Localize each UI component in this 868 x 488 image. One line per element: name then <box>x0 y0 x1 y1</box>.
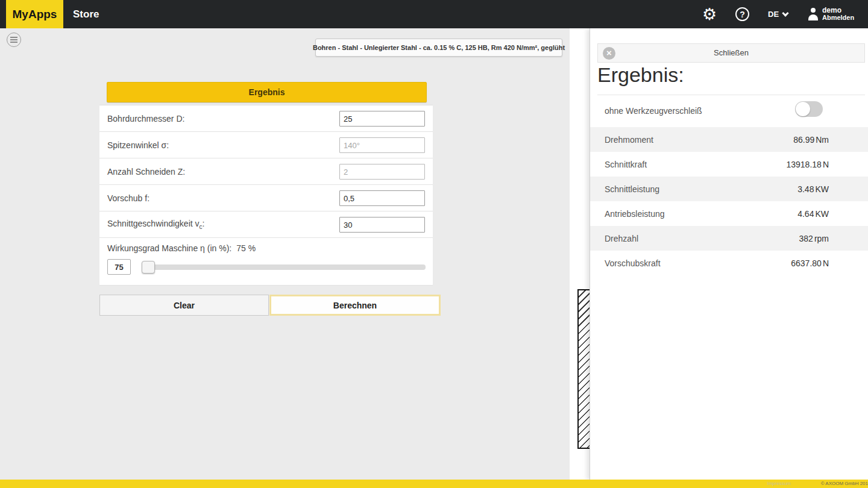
toggle-knob <box>796 102 810 116</box>
close-icon[interactable]: × <box>603 47 615 60</box>
field-label: Anzahl Schneiden Z: <box>107 167 185 177</box>
logout-link[interactable]: Abmelden <box>822 14 854 22</box>
ergebnis-header-button[interactable]: Ergebnis <box>107 82 427 102</box>
field-label: Spitzenwinkel σ: <box>107 140 169 150</box>
context-title-label: Bohren - Stahl - Unlegierter Stahl - ca.… <box>313 44 565 51</box>
slider-thumb[interactable] <box>142 261 155 274</box>
result-row: Antriebsleistung 4.64KW <box>590 201 868 226</box>
vorschub-input[interactable] <box>339 190 425 206</box>
results-list: Drehmoment 86.99Nm Schnittkraft 13918.18… <box>590 127 868 275</box>
close-glyph: × <box>606 48 612 58</box>
results-panel: × Schließen Ergebnis: ohne Werkzeugversc… <box>590 28 868 480</box>
field-label: Vorschub f: <box>107 193 149 203</box>
result-value: 4.64KW <box>797 209 829 219</box>
anzahl-schneiden-input[interactable] <box>339 164 425 180</box>
form-row: Schnittgeschwindigkeit vc: <box>99 211 433 238</box>
language-selector[interactable]: DE <box>768 0 788 28</box>
ergebnis-header-label: Ergebnis <box>249 87 285 97</box>
close-panel-button[interactable]: × Schließen <box>597 43 865 63</box>
results-title: Ergebnis: <box>597 63 684 87</box>
copyright-text: © AXOOM GmbH 201 <box>821 480 868 488</box>
efficiency-row: Wirkungsgrad Maschine η (in %):75 % <box>99 238 433 286</box>
spitzenwinkel-input[interactable] <box>339 137 425 153</box>
settings-gear-icon[interactable]: ⚙ <box>701 0 718 28</box>
help-glyph: ? <box>740 10 745 19</box>
menu-icon[interactable] <box>7 33 21 47</box>
efficiency-number-input[interactable] <box>107 259 131 275</box>
tab-myapps[interactable]: MyApps <box>6 0 63 28</box>
result-value: 86.99Nm <box>793 135 829 145</box>
toggle-werkzeugverschleiss[interactable] <box>795 101 823 117</box>
footer-bar: Impressum © AXOOM GmbH 201 <box>0 480 868 488</box>
form-row: Bohrdurchmesser D: <box>99 105 433 132</box>
field-label: Bohrdurchmesser D: <box>107 114 184 124</box>
calculate-button[interactable]: Berechnen <box>269 295 441 316</box>
form-row: Anzahl Schneiden Z: <box>99 158 433 185</box>
result-label: Schnittkraft <box>605 160 786 169</box>
form-row: Spitzenwinkel σ: <box>99 132 433 158</box>
brand-label: MyApps <box>13 8 57 21</box>
result-label: Antriebsleistung <box>605 209 797 219</box>
parameter-form: Bohrdurchmesser D: Spitzenwinkel σ: Anza… <box>99 105 433 286</box>
result-row: Drehmoment 86.99Nm <box>590 127 868 152</box>
chevron-down-icon <box>782 10 788 16</box>
result-value: 382rpm <box>799 234 829 243</box>
tab-store[interactable]: Store <box>73 0 99 28</box>
store-label: Store <box>73 8 99 20</box>
bohrdurchmesser-input[interactable] <box>339 111 425 127</box>
result-value: 3.48KW <box>797 184 829 194</box>
result-label: Drehzahl <box>605 234 799 243</box>
language-code: DE <box>768 10 779 19</box>
efficiency-current-value: 75 % <box>236 243 256 253</box>
field-label: Schnittgeschwindigkeit vc: <box>107 219 204 230</box>
result-label: Drehmoment <box>605 135 793 145</box>
top-nav: MyApps Store ⚙ ? DE demo Abmelden <box>0 0 868 28</box>
app-screen: { "topbar": { "brand": "MyApps", "store"… <box>0 0 868 488</box>
clear-button[interactable]: Clear <box>99 295 269 316</box>
help-icon[interactable]: ? <box>735 7 749 21</box>
result-row: Vorschubskraft 6637.80N <box>590 251 868 275</box>
efficiency-slider[interactable] <box>142 264 426 270</box>
main-content: Bohren - Stahl - Unlegierter Stahl - ca.… <box>0 28 570 480</box>
user-avatar-icon <box>808 8 819 20</box>
result-label: Schnittleistung <box>605 184 797 194</box>
workpiece-drawing <box>577 289 590 449</box>
result-row: Schnittkraft 13918.18N <box>590 152 868 177</box>
impressum-link[interactable]: Impressum <box>767 480 791 488</box>
close-label: Schließen <box>598 44 864 62</box>
form-row: Vorschub f: <box>99 185 433 211</box>
result-value: 13918.18N <box>786 160 829 169</box>
toggle-label: ohne Werkzeugverschleiß <box>605 106 702 116</box>
schnittgeschwindigkeit-input[interactable] <box>339 217 425 233</box>
context-title-button[interactable]: Bohren - Stahl - Unlegierter Stahl - ca.… <box>315 39 562 57</box>
result-row: Drehzahl 382rpm <box>590 226 868 251</box>
divider <box>597 95 865 95</box>
gear-glyph: ⚙ <box>702 5 717 24</box>
result-value: 6637.80N <box>791 258 829 268</box>
toggle-row: ohne Werkzeugverschleiß <box>590 96 868 127</box>
result-label: Vorschubskraft <box>605 258 791 268</box>
result-row: Schnittleistung 3.48KW <box>590 177 868 201</box>
user-menu[interactable]: demo Abmelden <box>808 0 854 28</box>
efficiency-label: Wirkungsgrad Maschine η (in %):75 % <box>107 243 433 253</box>
